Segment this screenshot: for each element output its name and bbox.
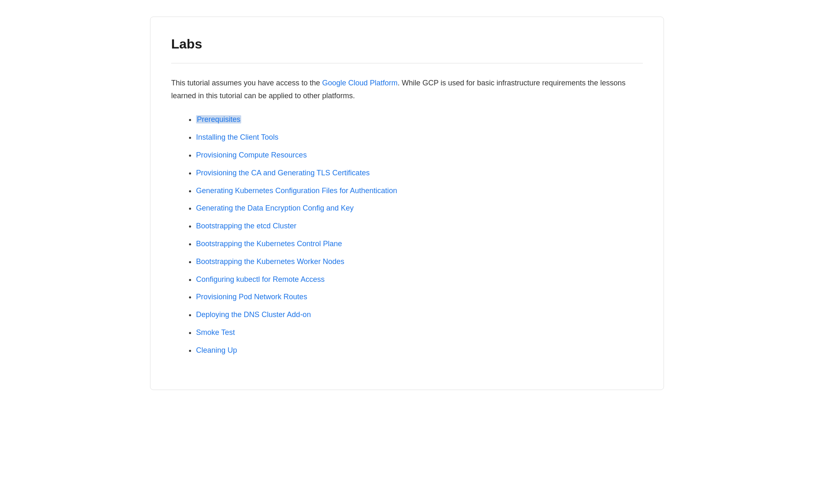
list-item: Generating the Data Encryption Config an… (196, 202, 643, 214)
labs-link-bootstrapping-kubernetes-control[interactable]: Bootstrapping the Kubernetes Control Pla… (196, 240, 342, 248)
labs-link-bootstrapping-kubernetes-workers[interactable]: Bootstrapping the Kubernetes Worker Node… (196, 257, 344, 266)
labs-link-installing-client-tools[interactable]: Installing the Client Tools (196, 133, 279, 141)
list-item: Provisioning Pod Network Routes (196, 291, 643, 303)
labs-link-provisioning-compute-resources[interactable]: Provisioning Compute Resources (196, 151, 307, 159)
list-item: Provisioning Compute Resources (196, 149, 643, 161)
page-container: Labs This tutorial assumes you have acce… (117, 0, 697, 407)
list-item: Installing the Client Tools (196, 131, 643, 143)
labs-link-provisioning-ca[interactable]: Provisioning the CA and Generating TLS C… (196, 169, 370, 177)
list-item: Smoke Test (196, 327, 643, 339)
labs-link-generating-data-encryption[interactable]: Generating the Data Encryption Config an… (196, 204, 354, 212)
list-item: Bootstrapping the Kubernetes Control Pla… (196, 238, 643, 250)
labs-link-generating-kubernetes-config[interactable]: Generating Kubernetes Configuration File… (196, 187, 397, 195)
list-item: Cleaning Up (196, 344, 643, 356)
list-item: Bootstrapping the Kubernetes Worker Node… (196, 256, 643, 268)
list-item: Configuring kubectl for Remote Access (196, 274, 643, 286)
intro-text-before-link: This tutorial assumes you have access to… (171, 79, 322, 87)
labs-card: Labs This tutorial assumes you have acce… (150, 17, 664, 390)
section-divider (171, 63, 643, 63)
page-title: Labs (171, 34, 643, 55)
labs-link-cleaning-up[interactable]: Cleaning Up (196, 346, 237, 354)
labs-list: PrerequisitesInstalling the Client Tools… (171, 114, 643, 356)
list-item: Generating Kubernetes Configuration File… (196, 185, 643, 197)
labs-link-smoke-test[interactable]: Smoke Test (196, 328, 235, 337)
list-item: Bootstrapping the etcd Cluster (196, 220, 643, 232)
labs-link-provisioning-pod-network[interactable]: Provisioning Pod Network Routes (196, 293, 307, 301)
intro-paragraph: This tutorial assumes you have access to… (171, 77, 643, 102)
labs-link-deploying-dns[interactable]: Deploying the DNS Cluster Add-on (196, 310, 311, 319)
labs-link-configuring-kubectl[interactable]: Configuring kubectl for Remote Access (196, 275, 325, 284)
list-item: Prerequisites (196, 114, 643, 126)
labs-link-bootstrapping-etcd[interactable]: Bootstrapping the etcd Cluster (196, 222, 296, 230)
google-cloud-platform-link[interactable]: Google Cloud Platform (322, 79, 397, 87)
labs-link-prerequisites[interactable]: Prerequisites (196, 115, 241, 124)
list-item: Deploying the DNS Cluster Add-on (196, 309, 643, 321)
list-item: Provisioning the CA and Generating TLS C… (196, 167, 643, 179)
